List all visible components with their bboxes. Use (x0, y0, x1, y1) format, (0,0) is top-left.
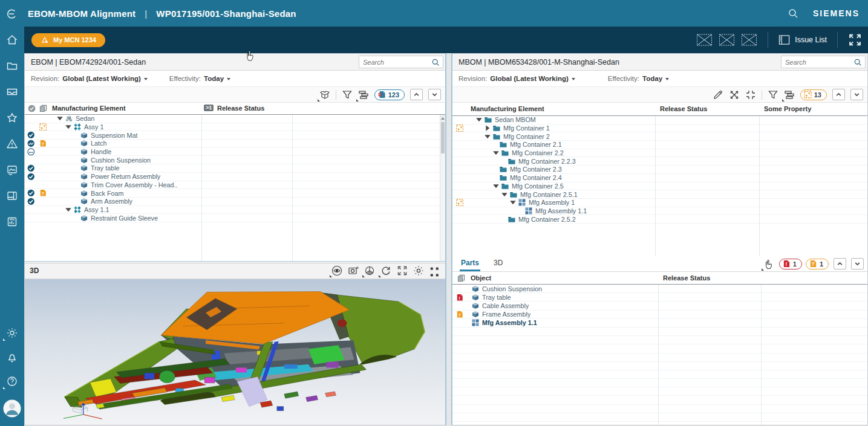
mbom-next-button[interactable] (850, 89, 863, 100)
hand-select-button[interactable] (763, 259, 774, 269)
sidebar-item-inbox[interactable] (6, 86, 18, 98)
column-release-status[interactable]: Release Status (660, 105, 707, 112)
tree-row[interactable]: Mfg Container 2.2 (452, 149, 867, 158)
tab-3d[interactable]: 3D (492, 256, 504, 271)
parts-issue-exclamation-badge[interactable]: !1 (779, 259, 802, 269)
sidebar-item-star[interactable] (6, 112, 18, 124)
sidebar-item-image-swap[interactable] (6, 164, 18, 176)
tree-row[interactable]: Mfg Container 2.5 (452, 182, 867, 191)
issue-list-button[interactable]: Issue List (778, 34, 827, 45)
tree-row[interactable]: Power Return Assembly (25, 173, 445, 181)
tree-row[interactable]: Mfg Container 2.1 (452, 141, 867, 149)
tree-row[interactable]: Suspension Mat (25, 131, 445, 140)
view-orientation-button[interactable] (364, 265, 375, 276)
tree-row[interactable]: Assy 1 (25, 123, 445, 132)
rotate-view-button[interactable] (380, 265, 391, 276)
sidebar-item-panel[interactable] (6, 190, 18, 202)
tree-row[interactable]: Mfg Assembly 1.1 (452, 319, 867, 328)
column-some-property[interactable]: Some Property (764, 105, 811, 112)
placeholder-icon[interactable] (696, 34, 713, 46)
effectivity-dropdown[interactable]: Today (204, 75, 224, 82)
tree-row[interactable]: Mfg Container 2.4 (452, 174, 867, 182)
tree-row[interactable]: !Tray table (452, 293, 867, 302)
remove-alignment-button[interactable] (729, 89, 740, 100)
tree-row[interactable]: ?Latch (25, 140, 445, 148)
ebom-next-button[interactable] (428, 89, 441, 100)
search-icon[interactable] (431, 58, 440, 66)
tree-row[interactable]: Mfg Container 2 (452, 132, 867, 141)
viewer-settings-button[interactable] (413, 265, 424, 276)
tree-row[interactable]: Tray table (25, 164, 445, 173)
mbom-search-input[interactable] (782, 59, 853, 66)
column-manufacturing-element[interactable]: Manufacturing Element (52, 105, 126, 112)
hierarchy-list-button[interactable] (358, 89, 369, 100)
column-release-status[interactable]: Release Status (663, 274, 710, 282)
object-column-icon[interactable] (457, 274, 465, 282)
tab-parts[interactable]: Parts (460, 256, 480, 271)
ebom-prev-button[interactable] (410, 89, 423, 100)
mbom-search-box[interactable] (781, 56, 866, 68)
tree-row[interactable]: Mfg Container 1 (452, 124, 867, 133)
edit-pencil-button[interactable] (713, 89, 723, 100)
alignment-status-column-icon[interactable] (28, 105, 36, 112)
tree-row[interactable]: Cushion Suspension (452, 285, 867, 293)
tree-row[interactable]: Arm Assembly (25, 198, 445, 206)
tree-row[interactable]: Sedan (25, 115, 445, 123)
ebom-search-box[interactable] (359, 56, 443, 68)
parts-issue-question-badge[interactable]: ?1 (806, 259, 829, 269)
sidebar-item-report[interactable] (6, 216, 18, 228)
column-release-status[interactable]: Release Status (217, 105, 264, 112)
package-context-button[interactable] (319, 89, 330, 100)
column-manufacturing-element[interactable]: Manufacturing Element (471, 105, 544, 112)
sidebar-item-home[interactable] (6, 34, 18, 46)
collapse-all-button[interactable] (745, 89, 756, 100)
sidebar-item-help[interactable] (6, 375, 18, 387)
sidebar-item-settings[interactable] (6, 327, 18, 339)
tree-row[interactable]: Mfg Container 2.5.1 (452, 190, 867, 199)
ebom-issues-badge[interactable]: 123 (374, 89, 405, 100)
parts-prev-button[interactable] (834, 258, 846, 269)
tree-row[interactable]: Handle (25, 148, 445, 157)
scrollbar-up-arrow[interactable] (440, 115, 445, 121)
more-options-button[interactable] (429, 265, 440, 276)
fit-view-button[interactable] (397, 265, 408, 276)
revision-dropdown[interactable]: Global (Latest Working) (490, 75, 569, 82)
tree-row[interactable]: ?Back Foam (25, 189, 445, 198)
search-icon[interactable] (853, 58, 862, 66)
effectivity-dropdown[interactable]: Today (642, 75, 662, 82)
visibility-eye-button[interactable] (331, 265, 342, 276)
mbom-prev-button[interactable] (832, 89, 845, 100)
sidebar-item-warning[interactable] (6, 138, 18, 150)
3d-viewer[interactable] (25, 279, 445, 425)
ebom-search-input[interactable] (359, 59, 431, 66)
camera-snapshot-button[interactable] (348, 265, 359, 276)
user-avatar[interactable] (3, 399, 21, 418)
tree-row[interactable]: Cushion Suspension (25, 156, 445, 164)
filter-funnel-button[interactable] (768, 89, 778, 100)
tree-row[interactable]: Mfg Assembly 1 (452, 199, 867, 207)
hierarchy-list-button[interactable] (784, 89, 795, 100)
filter-funnel-button[interactable] (342, 89, 353, 100)
3d-car-model[interactable] (25, 279, 445, 425)
placeholder-icon[interactable] (719, 34, 735, 46)
global-search-icon[interactable] (788, 8, 798, 19)
parts-next-button[interactable] (851, 258, 864, 269)
placeholder-icon[interactable] (741, 34, 757, 46)
my-mcn-button[interactable]: My MCN 1234 (31, 33, 105, 47)
tree-row[interactable]: Sedan MBOM (452, 116, 867, 124)
sidebar-item-workspace-logo[interactable] (6, 8, 18, 20)
tree-row[interactable]: Cable Assembly (452, 302, 867, 310)
column-object[interactable]: Object (471, 274, 491, 282)
ebom-scrollbar[interactable] (440, 115, 445, 261)
scrollbar-thumb[interactable] (441, 122, 445, 153)
fullscreen-button[interactable] (848, 33, 862, 47)
flags-column-icon[interactable] (39, 105, 47, 112)
tree-row[interactable]: Mfg Container 2.3 (452, 166, 867, 174)
tree-row[interactable]: Trim Cover Assembly - Head.. (25, 181, 445, 190)
revision-dropdown[interactable]: Global (Latest Working) (62, 75, 141, 82)
mbom-candidates-badge[interactable]: 13 (800, 89, 827, 100)
tree-row[interactable]: Mfg Container 2.5.2 (452, 215, 867, 224)
tree-row[interactable]: Mfg Assembly 1.1 (452, 207, 867, 216)
sidebar-item-bell[interactable] (6, 351, 18, 363)
tree-row[interactable]: ?Frame Assembly (452, 311, 867, 319)
